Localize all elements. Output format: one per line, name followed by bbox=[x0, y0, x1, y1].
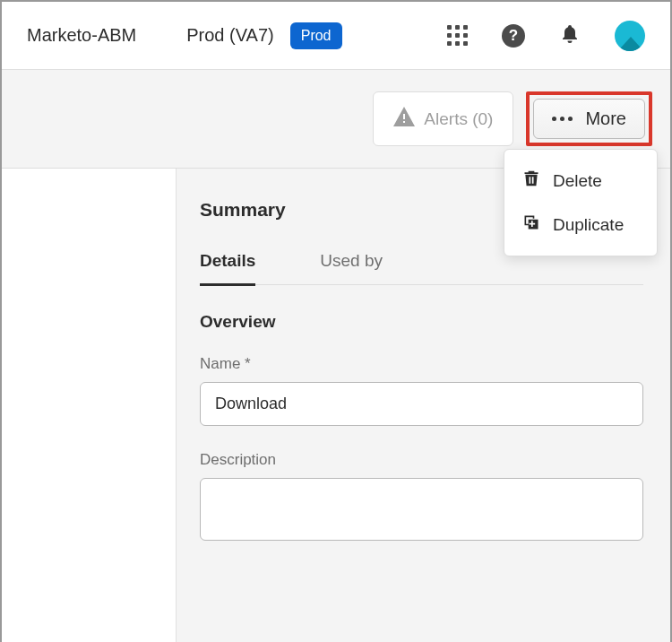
avatar[interactable] bbox=[615, 21, 645, 51]
org-name: Marketo-ABM bbox=[27, 25, 136, 46]
overview-heading: Overview bbox=[200, 312, 643, 332]
delete-label: Delete bbox=[553, 171, 602, 191]
left-panel bbox=[2, 169, 177, 642]
trash-icon bbox=[522, 169, 540, 192]
more-dots-icon bbox=[552, 117, 573, 121]
more-dropdown: Delete Duplicate bbox=[504, 149, 658, 256]
top-header: Marketo-ABM Prod (VA7) Prod ? bbox=[2, 2, 670, 70]
tab-used-by[interactable]: Used by bbox=[320, 251, 383, 284]
bell-icon[interactable] bbox=[559, 23, 581, 48]
duplicate-icon bbox=[522, 213, 540, 236]
tab-details[interactable]: Details bbox=[200, 251, 255, 286]
help-icon[interactable]: ? bbox=[502, 24, 525, 48]
more-button[interactable]: More bbox=[533, 99, 645, 139]
toolbar: Alerts (0) More Delete Duplicate bbox=[2, 70, 670, 169]
more-button-highlight: More bbox=[526, 91, 652, 146]
delete-menu-item[interactable]: Delete bbox=[504, 159, 657, 203]
name-input[interactable] bbox=[200, 382, 643, 426]
env-name: Prod (VA7) bbox=[186, 25, 273, 46]
description-input[interactable] bbox=[200, 478, 643, 541]
apps-grid-icon[interactable] bbox=[447, 25, 468, 46]
env-badge: Prod bbox=[290, 22, 342, 49]
alert-triangle-icon bbox=[393, 107, 415, 131]
duplicate-label: Duplicate bbox=[553, 215, 624, 235]
alerts-button[interactable]: Alerts (0) bbox=[373, 91, 513, 146]
name-label: Name * bbox=[200, 355, 643, 373]
description-label: Description bbox=[200, 451, 643, 469]
more-label: More bbox=[585, 108, 626, 129]
alerts-label: Alerts (0) bbox=[424, 109, 493, 129]
duplicate-menu-item[interactable]: Duplicate bbox=[504, 203, 657, 247]
